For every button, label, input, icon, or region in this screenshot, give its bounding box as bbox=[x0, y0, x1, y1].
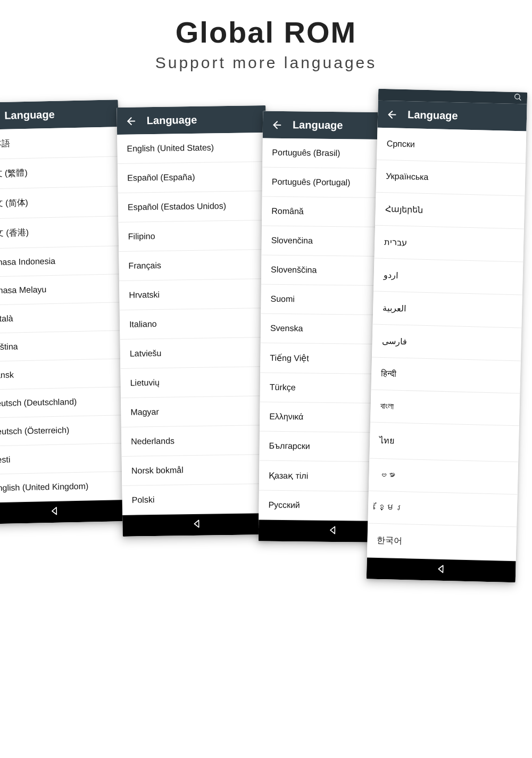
nav-back-icon[interactable] bbox=[192, 518, 202, 531]
language-row[interactable]: Čeština bbox=[0, 331, 123, 362]
phone-screenshot: Language日本語中文 (繁體)中文 (简体)中文 (香港)Bahasa I… bbox=[0, 100, 127, 524]
language-list[interactable]: СрпскиУкраїнськаՀայերենעבריתاردوالعربيةف… bbox=[367, 128, 527, 562]
language-row[interactable]: Hrvatski bbox=[119, 279, 269, 310]
language-row[interactable]: ไทย bbox=[369, 423, 519, 463]
language-row[interactable]: עברית bbox=[374, 226, 523, 262]
headline: Global ROM Support more languages bbox=[0, 0, 532, 72]
app-bar: Language bbox=[378, 101, 527, 131]
language-row[interactable]: Polski bbox=[122, 484, 271, 515]
appbar-title: Language bbox=[147, 114, 197, 127]
nav-bar bbox=[0, 500, 127, 524]
language-row[interactable]: Español (Estados Unidos) bbox=[118, 191, 268, 223]
language-row[interactable]: Català bbox=[0, 302, 123, 334]
svg-marker-1 bbox=[52, 507, 57, 515]
phone-screenshot: LanguageEnglish (United States)Español (… bbox=[117, 105, 271, 537]
language-row[interactable]: Lietuvių bbox=[120, 367, 270, 398]
language-row[interactable]: English (United Kingdom) bbox=[0, 472, 126, 503]
nav-back-icon[interactable] bbox=[328, 525, 338, 538]
nav-back-icon[interactable] bbox=[49, 506, 60, 518]
headline-title: Global ROM bbox=[0, 15, 532, 50]
language-list[interactable]: English (United States)Español (España)E… bbox=[117, 133, 271, 515]
language-row[interactable]: Українська bbox=[376, 160, 526, 196]
language-row[interactable]: ဗမာ bbox=[369, 459, 518, 495]
language-row[interactable]: English (United States) bbox=[117, 133, 267, 164]
back-arrow-icon[interactable] bbox=[126, 115, 137, 127]
language-row[interactable]: ខ្មែរ bbox=[368, 491, 517, 527]
nav-bar bbox=[367, 557, 516, 582]
language-row[interactable]: Français bbox=[119, 250, 268, 281]
nav-back-icon[interactable] bbox=[436, 564, 447, 576]
language-row[interactable]: বাংলা bbox=[370, 390, 520, 426]
language-row[interactable]: Deutsch (Österreich) bbox=[0, 415, 125, 447]
language-row[interactable]: Deutsch (Deutschland) bbox=[0, 387, 124, 418]
phone-screenshot: LanguageСрпскиУкраїнськаՀայերենעבריתاردو… bbox=[367, 89, 527, 583]
language-row[interactable]: Español (España) bbox=[118, 162, 267, 193]
svg-marker-5 bbox=[330, 526, 335, 533]
back-arrow-icon[interactable] bbox=[271, 119, 283, 130]
svg-marker-3 bbox=[194, 520, 199, 527]
app-bar: Language bbox=[117, 105, 266, 135]
appbar-title: Language bbox=[408, 109, 458, 122]
nav-bar bbox=[122, 513, 272, 537]
language-row[interactable]: فارسی bbox=[372, 325, 521, 361]
language-row[interactable]: 中文 (香港) bbox=[0, 216, 121, 249]
language-row[interactable]: Nederlands bbox=[121, 425, 271, 457]
language-row[interactable]: Italiano bbox=[120, 308, 269, 340]
language-list[interactable]: 日本語中文 (繁體)中文 (简体)中文 (香港)Bahasa Indonesia… bbox=[0, 127, 126, 503]
language-row[interactable]: اردو bbox=[373, 259, 523, 295]
language-row[interactable]: Magyar bbox=[121, 396, 270, 427]
language-row[interactable]: Dansk bbox=[0, 359, 124, 390]
appbar-title: Language bbox=[4, 109, 55, 122]
language-row[interactable]: 한국어 bbox=[367, 523, 517, 561]
language-row[interactable]: Eesti bbox=[0, 443, 126, 475]
language-row[interactable]: Српски bbox=[377, 128, 526, 164]
headline-subtitle: Support more languages bbox=[0, 54, 532, 72]
search-icon[interactable] bbox=[513, 93, 522, 103]
language-row[interactable]: Bahasa Indonesia bbox=[0, 246, 122, 277]
language-row[interactable]: Filipino bbox=[118, 220, 268, 252]
language-row[interactable]: 日本語 bbox=[0, 127, 119, 160]
language-row[interactable]: हिन्दी bbox=[371, 358, 520, 394]
language-row[interactable]: Հայերեն bbox=[375, 193, 525, 229]
language-row[interactable]: 中文 (简体) bbox=[0, 186, 120, 219]
language-row[interactable]: Norsk bokmål bbox=[122, 455, 271, 486]
language-row[interactable]: العربية bbox=[372, 292, 522, 328]
back-arrow-icon[interactable] bbox=[386, 109, 398, 121]
language-row[interactable]: 中文 (繁體) bbox=[0, 156, 120, 190]
svg-line-7 bbox=[519, 98, 521, 100]
language-row[interactable]: Bahasa Melayu bbox=[0, 274, 122, 306]
appbar-title: Language bbox=[293, 119, 343, 131]
language-row[interactable]: Latviešu bbox=[120, 337, 269, 369]
app-bar: Language bbox=[0, 100, 119, 130]
svg-marker-9 bbox=[438, 565, 443, 573]
